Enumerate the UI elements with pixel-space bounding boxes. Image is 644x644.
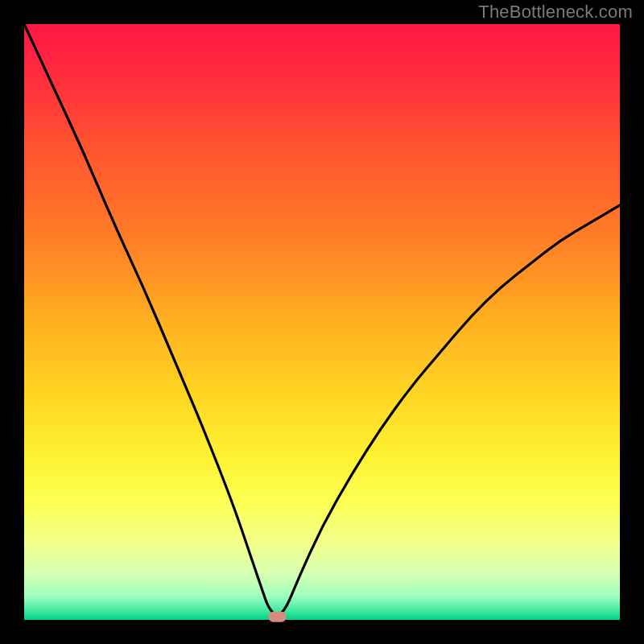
watermark-text: TheBottleneck.com xyxy=(478,2,633,23)
bottleneck-chart xyxy=(0,0,644,644)
optimal-point-marker xyxy=(269,612,287,622)
outer-frame: TheBottleneck.com xyxy=(0,0,644,644)
